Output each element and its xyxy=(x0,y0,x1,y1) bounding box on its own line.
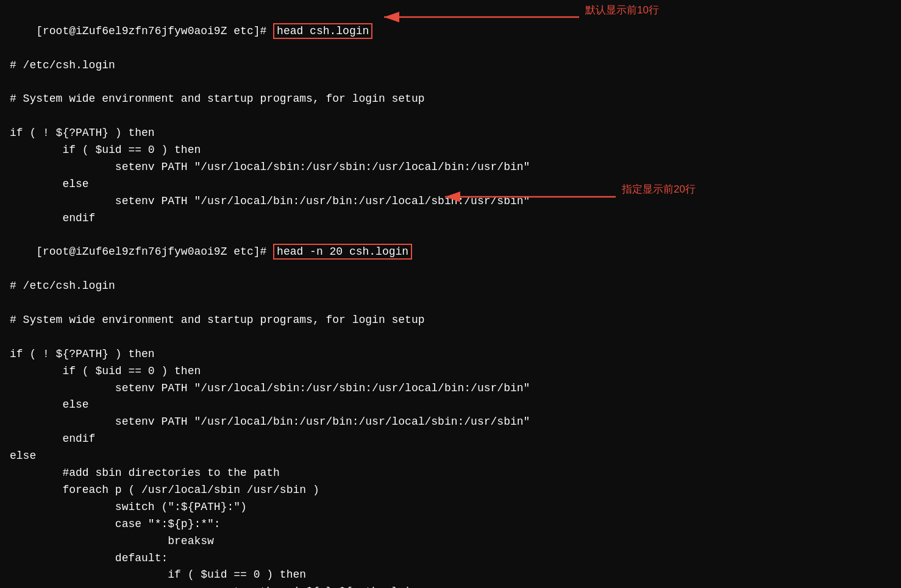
terminal-line-4: # System wide environment and startup pr… xyxy=(10,91,891,108)
terminal-line-22: endif xyxy=(10,431,891,448)
prompt-1: [root@iZuf6el9zfn76jfyw0aoi9Z etc]# xyxy=(36,25,273,37)
terminal-line-24: #add sbin directories to the path xyxy=(10,465,891,482)
cmd-box-1: head csh.login xyxy=(273,23,372,39)
terminal-line-26: switch (":${PATH}:") xyxy=(10,499,891,516)
prompt-2: [root@iZuf6el9zfn76jfyw0aoi9Z etc]# xyxy=(36,246,273,258)
terminal-line-1: [root@iZuf6el9zfn76jfyw0aoi9Z etc]# head… xyxy=(10,6,891,57)
terminal-line-2: # /etc/csh.login xyxy=(10,57,891,74)
terminal-line-7: if ( $uid == 0 ) then xyxy=(10,142,891,159)
terminal-line-12: [root@iZuf6el9zfn76jfyw0aoi9Z etc]# head… xyxy=(10,227,891,278)
terminal-line-27: case "*:${p}:*": xyxy=(10,516,891,533)
terminal-line-30: if ( $uid == 0 ) then xyxy=(10,567,891,584)
terminal-line-21: setenv PATH "/usr/local/bin:/usr/bin:/us… xyxy=(10,414,891,431)
terminal-line-29: default: xyxy=(10,550,891,567)
annotation-default: 默认显示前10行 xyxy=(585,2,659,18)
terminal-empty-1 xyxy=(10,74,891,91)
terminal-line-9: else xyxy=(10,176,891,193)
terminal-line-10: setenv PATH "/usr/local/bin:/usr/bin:/us… xyxy=(10,193,891,210)
terminal-empty-2 xyxy=(10,108,891,125)
terminal-line-17: if ( ! ${?PATH} ) then xyxy=(10,346,891,363)
terminal: [root@iZuf6el9zfn76jfyw0aoi9Z etc]# head… xyxy=(0,0,901,588)
annotation-specified: 指定显示前20行 xyxy=(622,182,696,197)
terminal-line-8: setenv PATH "/usr/local/sbin:/usr/sbin:/… xyxy=(10,159,891,176)
terminal-line-25: foreach p ( /usr/local/sbin /usr/sbin ) xyxy=(10,482,891,499)
terminal-line-11: endif xyxy=(10,210,891,227)
terminal-line-6: if ( ! ${?PATH} ) then xyxy=(10,125,891,142)
terminal-line-31: set path = ( ${p} ${path:q} ) xyxy=(10,584,891,588)
terminal-empty-4 xyxy=(10,329,891,346)
terminal-empty-3 xyxy=(10,295,891,312)
terminal-line-15: # System wide environment and startup pr… xyxy=(10,312,891,329)
terminal-line-23: else xyxy=(10,448,891,465)
terminal-line-28: breaksw xyxy=(10,533,891,550)
terminal-line-20: else xyxy=(10,397,891,414)
terminal-line-19: setenv PATH "/usr/local/sbin:/usr/sbin:/… xyxy=(10,380,891,397)
cmd-box-2: head -n 20 csh.login xyxy=(273,244,412,260)
terminal-line-13: # /etc/csh.login xyxy=(10,278,891,295)
terminal-line-18: if ( $uid == 0 ) then xyxy=(10,363,891,380)
